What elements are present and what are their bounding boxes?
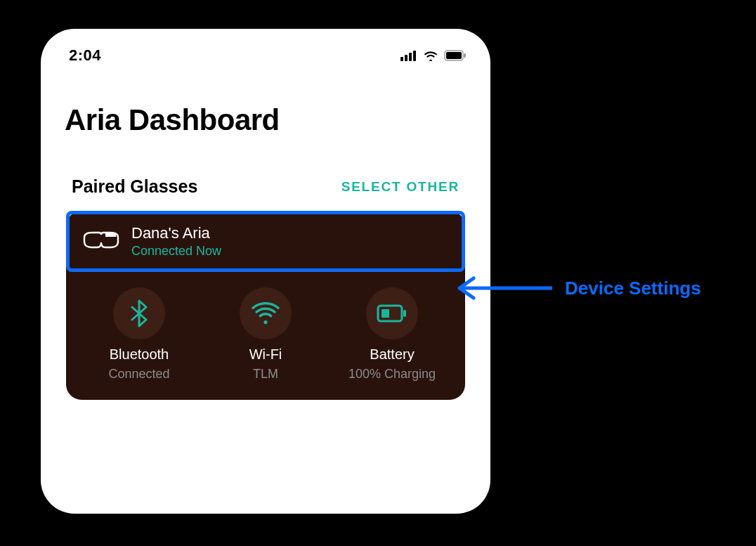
svg-rect-0 [400, 57, 403, 61]
svg-rect-1 [405, 55, 408, 61]
wifi-label: Wi-Fi [249, 346, 282, 363]
wifi-value: TLM [253, 367, 278, 382]
svg-rect-5 [446, 52, 462, 59]
glasses-icon [82, 230, 120, 253]
wifi-tile[interactable]: Wi-Fi TLM [203, 287, 328, 382]
annotation-label: Device Settings [565, 278, 701, 299]
phone-screen: 2:04 [41, 29, 490, 514]
wifi-tile-icon [240, 287, 292, 339]
device-card: Dana's Aria Connected Now Bluetooth Conn… [66, 211, 465, 400]
battery-tile[interactable]: Battery 100% Charging [330, 287, 455, 382]
select-other-button[interactable]: SELECT OTHER [341, 179, 460, 195]
svg-rect-6 [464, 53, 466, 58]
bluetooth-icon [113, 287, 165, 339]
paired-glasses-label: Paired Glasses [72, 176, 197, 197]
device-name: Dana's Aria [131, 224, 446, 242]
svg-rect-9 [403, 310, 406, 317]
device-settings-row[interactable]: Dana's Aria Connected Now [66, 211, 465, 272]
svg-rect-3 [413, 51, 416, 61]
svg-rect-8 [382, 309, 389, 318]
bluetooth-tile[interactable]: Bluetooth Connected [77, 287, 202, 382]
page-title: Aria Dashboard [41, 70, 490, 137]
battery-icon [444, 50, 467, 61]
status-tiles: Bluetooth Connected Wi-Fi TLM [66, 287, 465, 382]
cellular-signal-icon [400, 50, 417, 61]
battery-tile-icon [366, 287, 418, 339]
device-info: Dana's Aria Connected Now [131, 224, 446, 259]
wifi-icon [423, 50, 438, 61]
battery-label: Battery [370, 346, 414, 363]
status-bar: 2:04 [41, 29, 490, 70]
bluetooth-label: Bluetooth [110, 346, 169, 363]
device-status: Connected Now [131, 244, 446, 259]
battery-value: 100% Charging [348, 367, 436, 382]
status-indicators [400, 50, 467, 61]
status-time: 2:04 [69, 46, 101, 65]
bluetooth-value: Connected [108, 367, 169, 382]
svg-rect-2 [409, 53, 412, 61]
paired-glasses-header: Paired Glasses SELECT OTHER [41, 137, 490, 197]
